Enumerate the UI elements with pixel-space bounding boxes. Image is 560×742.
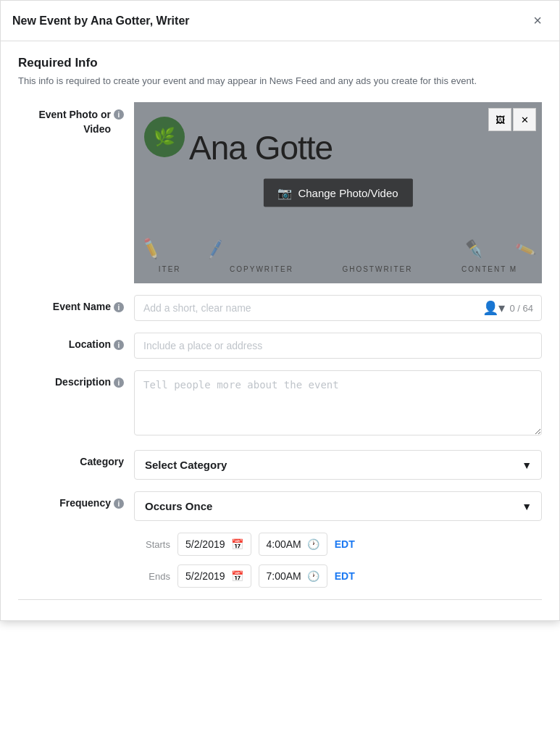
ends-row: Ends 5/2/2019 📅 7:00AM 🕐 EDT	[134, 564, 542, 588]
frequency-select[interactable]: Occurs Once	[134, 491, 542, 521]
logo-circle: 🌿	[144, 117, 185, 157]
starts-date-picker[interactable]: 5/2/2019 📅	[177, 533, 251, 556]
location-info-icon[interactable]: i	[114, 340, 124, 350]
category-select[interactable]: Select Category	[134, 450, 542, 480]
photo-container: 🌿 Ana Gotte ITER COPYWRITER GHOSTWRITER …	[134, 102, 542, 283]
change-photo-button[interactable]: 📷 Change Photo/Video	[263, 179, 412, 207]
event-name-input[interactable]	[134, 295, 542, 321]
ends-label: Ends	[134, 571, 170, 582]
label-iter: ITER	[159, 265, 181, 273]
description-info-icon[interactable]: i	[114, 378, 124, 388]
starts-label: Starts	[134, 539, 170, 550]
location-row: Location i	[18, 333, 542, 359]
event-photo-info-icon[interactable]: i	[114, 109, 124, 120]
event-name-label: Event Name i	[18, 295, 134, 312]
section-title: Required Info	[18, 56, 542, 70]
starts-time-value: 4:00AM	[267, 538, 301, 550]
camera-icon: 📷	[277, 186, 292, 200]
category-field: Select Category ▼	[134, 450, 542, 480]
event-name-field: 👤▾ 0 / 64	[134, 295, 542, 321]
description-row: Description i	[18, 370, 542, 438]
bottom-divider	[18, 599, 542, 600]
section-description: This info is required to create your eve…	[18, 75, 542, 88]
location-label: Location i	[18, 333, 134, 350]
label-copywriter: COPYWRITER	[230, 265, 293, 273]
ends-date-value: 5/2/2019	[185, 570, 225, 582]
photo-edit-button[interactable]: 🖼	[488, 108, 511, 131]
description-label: Description i	[18, 370, 134, 388]
starts-section: Starts 5/2/2019 📅 4:00AM 🕐 EDT Ends 5/2/…	[18, 533, 542, 588]
description-textarea[interactable]	[134, 370, 542, 435]
event-photo-label: Event Photo or Video i	[18, 102, 134, 136]
modal-title: New Event by Ana Gotter, Writer	[12, 14, 190, 28]
category-label: Category	[18, 450, 134, 467]
modal: New Event by Ana Gotter, Writer × Requir…	[0, 0, 560, 621]
location-field	[134, 333, 542, 359]
starts-clock-icon: 🕐	[307, 538, 319, 550]
description-field	[134, 370, 542, 438]
event-name-wrapper: 👤▾ 0 / 64	[134, 295, 542, 321]
frequency-info-icon[interactable]: i	[114, 499, 124, 509]
starts-date-value: 5/2/2019	[185, 538, 225, 550]
event-photo-row: Event Photo or Video i 🌿 Ana Gotte ITER	[18, 102, 542, 283]
category-select-wrapper: Select Category ▼	[134, 450, 542, 480]
label-content-m: CONTENT M	[461, 265, 517, 273]
ends-time-picker[interactable]: 7:00AM 🕐	[259, 564, 327, 588]
brand-name-text: Ana Gotte	[189, 128, 333, 167]
bottom-labels-row: ITER COPYWRITER GHOSTWRITER CONTENT M	[134, 265, 542, 273]
photo-controls: 🖼 ✕	[488, 108, 536, 131]
starts-calendar-icon: 📅	[231, 538, 243, 550]
modal-header: New Event by Ana Gotter, Writer ×	[1, 1, 559, 41]
event-photo-field: 🌿 Ana Gotte ITER COPYWRITER GHOSTWRITER …	[134, 102, 542, 283]
modal-body: Required Info This info is required to c…	[1, 41, 559, 620]
label-ghostwriter: GHOSTWRITER	[342, 265, 412, 273]
starts-time-picker[interactable]: 4:00AM 🕐	[259, 533, 327, 556]
frequency-select-wrapper: Occurs Once ▼	[134, 491, 542, 521]
ends-calendar-icon: 📅	[231, 570, 243, 582]
frequency-field: Occurs Once ▼	[134, 491, 542, 521]
ends-clock-icon: 🕐	[307, 570, 319, 582]
frequency-label: Frequency i	[18, 491, 134, 509]
event-name-info-icon[interactable]: i	[114, 302, 124, 312]
ends-date-picker[interactable]: 5/2/2019 📅	[177, 564, 251, 588]
category-row: Category Select Category ▼	[18, 450, 542, 480]
location-input[interactable]	[134, 333, 542, 359]
photo-remove-button[interactable]: ✕	[513, 108, 536, 131]
required-info-section: Required Info This info is required to c…	[18, 56, 542, 88]
ends-timezone[interactable]: EDT	[335, 570, 355, 582]
event-name-row: Event Name i 👤▾ 0 / 64	[18, 295, 542, 321]
pen-icon-3: ✒️	[463, 238, 485, 259]
starts-timezone[interactable]: EDT	[335, 538, 355, 550]
leaf-icon: 🌿	[154, 127, 175, 147]
close-button[interactable]: ×	[527, 9, 548, 32]
frequency-row: Frequency i Occurs Once ▼	[18, 491, 542, 521]
starts-row: Starts 5/2/2019 📅 4:00AM 🕐 EDT	[134, 533, 542, 556]
ends-time-value: 7:00AM	[267, 570, 301, 582]
